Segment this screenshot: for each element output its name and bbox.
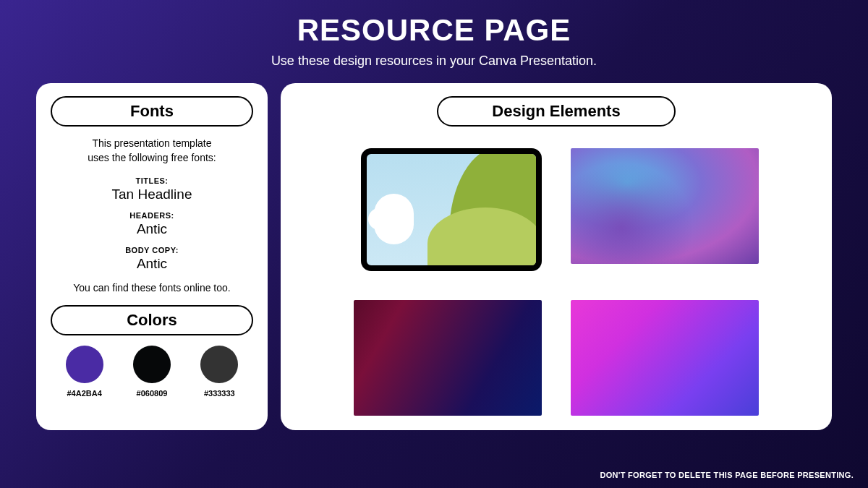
cloud-shape [374, 194, 414, 244]
gradient-wave-element [571, 148, 759, 264]
colors-heading: Colors [51, 305, 253, 335]
design-elements-heading: Design Elements [437, 96, 676, 127]
footer-warning: DON'T FORGET TO DELETE THIS PAGE BEFORE … [600, 471, 854, 479]
swatch-circle [66, 346, 103, 383]
fonts-desc-line1: This presentation template [93, 137, 212, 149]
gradient-dark-element [354, 300, 542, 416]
color-swatch-2: #060809 [133, 346, 171, 398]
design-elements-panel: Design Elements [281, 83, 832, 430]
swatch-circle [133, 346, 171, 383]
fonts-colors-panel: Fonts This presentation template uses th… [36, 83, 268, 430]
titles-value: Tan Headline [51, 187, 253, 202]
gradient-magenta-element [571, 300, 759, 416]
swatch-circle [200, 346, 238, 383]
body-value: Antic [51, 256, 253, 272]
fonts-heading: Fonts [51, 96, 253, 127]
fonts-description: This presentation template uses the foll… [51, 137, 253, 165]
titles-label: TITLES: [51, 176, 253, 185]
page-title: RESOURCE PAGE [0, 13, 868, 48]
swatch-label: #333333 [200, 389, 238, 398]
fonts-note: You can find these fonts online too. [51, 282, 253, 294]
color-swatch-1: #4A2BA4 [66, 346, 103, 398]
swatch-label: #060809 [133, 389, 171, 398]
swatch-label: #4A2BA4 [66, 389, 103, 398]
color-swatch-3: #333333 [200, 346, 238, 398]
fonts-desc-line2: uses the following free fonts: [88, 152, 216, 163]
body-label: BODY COPY: [51, 246, 253, 254]
headers-label: HEADERS: [51, 211, 253, 220]
tablet-mockup-element [361, 148, 542, 271]
page-subtitle: Use these design resources in your Canva… [0, 53, 868, 69]
headers-value: Antic [51, 221, 253, 237]
